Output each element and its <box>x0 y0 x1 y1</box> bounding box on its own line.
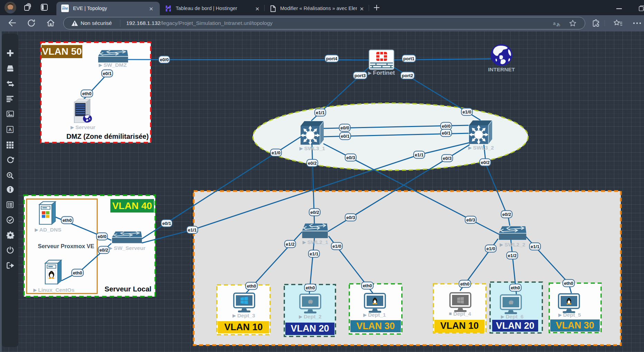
svg-text:ぁ: ぁ <box>556 21 561 26</box>
svg-text:a: a <box>553 21 556 26</box>
svg-text:A: A <box>8 127 12 132</box>
